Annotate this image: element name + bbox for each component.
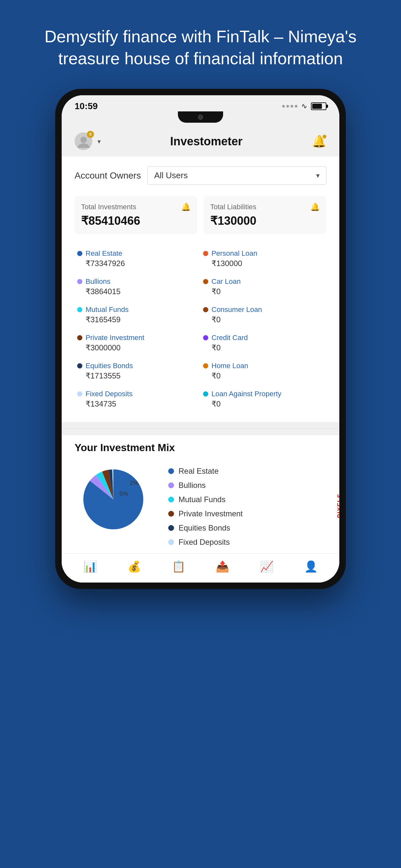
investment-item[interactable]: Equities Bonds ₹1713555 [74,358,201,384]
legend-item: Mutual Funds [168,495,327,504]
mix-content: 2%5% Real Estate Bullions Mutual Funds P… [74,463,327,547]
investment-item[interactable]: Bullions ₹3864015 [74,274,201,300]
legend-item: Real Estate [168,467,327,476]
battery-icon [311,102,327,110]
camera [198,115,203,120]
investments-column: Real Estate ₹73347926 Bullions ₹3864015 … [74,245,201,412]
main-content: Account Owners All Users ▾ Total Investm… [62,157,339,422]
liabilities-column: Personal Loan ₹130000 Car Loan ₹0 Consum… [201,245,327,412]
status-icons: ∿ [282,102,327,111]
all-users-value: All Users [154,170,188,181]
app-header: 0 ▾ Investometer 🔔 [62,126,339,157]
legend-dot [168,511,174,517]
svg-text:2%: 2% [130,479,138,486]
header-left[interactable]: 0 ▾ [74,132,101,150]
legend-dot [168,468,174,474]
avatar-badge: 0 [87,131,94,138]
pie-chart: 2%5% [74,463,152,505]
svg-text:5%: 5% [120,490,128,497]
liability-item[interactable]: Personal Loan ₹130000 [201,245,327,272]
total-liabilities-card: Total Liabilities 🔔 ₹130000 [204,196,327,234]
pie-chart-container: 2%5% [74,463,158,507]
analytics-nav-icon: 📈 [260,560,274,573]
svg-point-0 [81,136,87,143]
legend-dot [168,497,174,502]
all-users-dropdown[interactable]: All Users ▾ [147,166,327,185]
legend-item: Equities Bonds [168,523,327,532]
legend-label: Mutual Funds [179,495,225,504]
notch [62,112,339,126]
nav-item-reports[interactable]: 📋 [172,560,185,573]
legend-label: Equities Bonds [179,523,230,532]
totals-row: Total Investments 🔔 ₹85410466 Total Liab… [74,196,327,234]
legend-item: Fixed Deposits [168,538,327,547]
legend-dot [168,483,174,488]
avatar[interactable]: 0 [74,132,92,150]
investment-item[interactable]: Real Estate ₹73347926 [74,245,201,272]
profile-nav-icon: 👤 [304,560,318,573]
total-investments-label: Total Investments [81,203,136,211]
notification-dot [322,135,327,138]
legend-label: Fixed Deposits [179,538,230,547]
total-investments-card: Total Investments 🔔 ₹85410466 [74,196,197,234]
notification-bell-icon[interactable]: 🔔 [312,135,327,148]
investment-mix-section: Your Investment Mix 2%5% Real Estate Bul… [62,435,339,553]
total-investments-value: ₹85410466 [81,214,191,228]
investments-bell-icon[interactable]: 🔔 [181,203,191,212]
liability-item[interactable]: Home Loan ₹0 [201,358,327,384]
legend-item: Bullions [168,481,327,490]
nav-item-investments[interactable]: 💰 [127,560,141,573]
account-owners-row: Account Owners All Users ▾ [74,166,327,185]
dashboard-nav-icon: 📊 [83,560,97,573]
section-divider [62,429,339,429]
liability-item[interactable]: Loan Against Property ₹0 [201,386,327,412]
investment-item[interactable]: Mutual Funds ₹3165459 [74,302,201,328]
status-time: 10:59 [74,101,98,112]
signal-icon [282,105,297,107]
app-tagline: Demystify finance with FinTalk – Nimeya'… [0,0,401,89]
nav-item-upload[interactable]: 📤 [216,560,229,573]
legend-label: Real Estate [179,467,219,476]
legend-label: Private Investment [179,509,243,518]
account-owners-label: Account Owners [74,170,141,181]
liability-item[interactable]: Credit Card ₹0 [201,330,327,356]
legend-container: Real Estate Bullions Mutual Funds Privat… [168,463,327,547]
dropdown-arrow-icon: ▾ [316,172,320,180]
liabilities-bell-icon[interactable]: 🔔 [310,203,320,212]
liability-item[interactable]: Car Loan ₹0 [201,274,327,300]
reports-nav-icon: 📋 [172,560,185,573]
upload-nav-icon: 📤 [216,560,229,573]
investment-item[interactable]: Private Investment ₹3000000 [74,330,201,356]
svg-point-1 [78,144,89,148]
legend-label: Bullions [179,481,206,490]
nav-item-analytics[interactable]: 📈 [260,560,274,573]
investment-mix-title: Your Investment Mix [74,442,327,454]
total-liabilities-label: Total Liabilities [210,203,256,211]
chevron-down-icon[interactable]: ▾ [97,137,101,145]
phone-device: 10:59 ∿ [55,89,346,589]
legend-dot [168,539,174,545]
legend-item: Private Investment [168,509,327,518]
liability-item[interactable]: Consumer Loan ₹0 [201,302,327,328]
total-liabilities-value: ₹130000 [210,214,320,228]
wifi-icon: ∿ [301,102,307,111]
nav-item-dashboard[interactable]: 📊 [83,560,97,573]
bottom-nav: 📊💰📋📤📈👤 [62,553,339,583]
legend-dot [168,525,174,531]
app-title: Investometer [101,135,312,148]
investment-item[interactable]: Fixed Deposits ₹134735 [74,386,201,412]
nav-item-profile[interactable]: 👤 [304,560,318,573]
watermark: PIXELS [336,493,339,518]
phone-screen: 10:59 ∿ [62,95,339,583]
items-grid: Real Estate ₹73347926 Bullions ₹3864015 … [74,245,327,412]
status-bar: 10:59 ∿ [62,95,339,112]
investments-nav-icon: 💰 [127,560,141,573]
